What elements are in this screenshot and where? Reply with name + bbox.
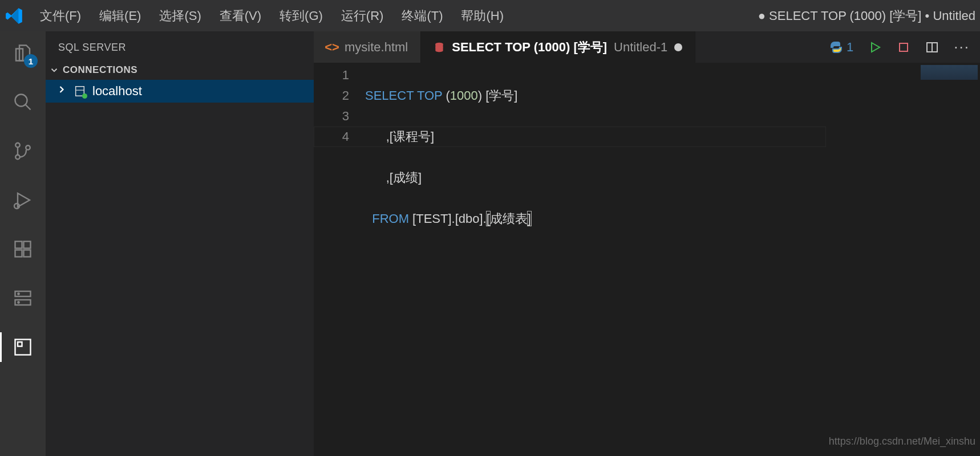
chevron-right-icon xyxy=(56,84,67,99)
svg-rect-6 xyxy=(15,250,22,257)
server-icon xyxy=(73,84,87,98)
svg-rect-5 xyxy=(15,242,22,249)
tab-sublabel: Untitled-1 xyxy=(614,40,667,55)
menu-help[interactable]: 帮助(H) xyxy=(452,5,513,27)
window-title: ● SELECT TOP (1000) [学号] • Untitled xyxy=(758,7,975,25)
svg-point-0 xyxy=(15,95,27,107)
code-line[interactable]: FROM [TEST].[dbo].[成绩表] xyxy=(365,209,531,229)
dirty-indicator-icon xyxy=(674,43,682,51)
database-icon xyxy=(434,42,445,53)
menu-view[interactable]: 查看(V) xyxy=(210,5,270,27)
svg-point-1 xyxy=(15,143,20,148)
python-env-button[interactable]: 1 xyxy=(829,40,853,55)
tab-label: mysite.html xyxy=(345,40,408,55)
svg-rect-18 xyxy=(900,43,908,51)
sql-server-icon[interactable] xyxy=(9,284,37,312)
tab-label: SELECT TOP (1000) [学号] xyxy=(452,39,607,56)
sidebar-section-label: CONNECTIONS xyxy=(63,64,137,76)
svg-point-2 xyxy=(15,155,20,160)
svg-rect-7 xyxy=(24,250,31,257)
gutter: 1 2 3 4 xyxy=(314,63,365,456)
run-debug-icon[interactable] xyxy=(9,186,37,214)
minimap[interactable] xyxy=(921,65,978,80)
sql-panel-icon[interactable] xyxy=(9,333,37,361)
line-number: 4 xyxy=(314,127,349,147)
extensions-icon[interactable] xyxy=(9,235,37,263)
watermark: https://blog.csdn.net/Mei_xinshu xyxy=(829,431,975,451)
svg-rect-8 xyxy=(24,242,31,249)
explorer-badge: 1 xyxy=(24,54,38,68)
menu-bar: 文件(F) 编辑(E) 选择(S) 查看(V) 转到(G) 运行(R) 终端(T… xyxy=(31,5,513,27)
tree-item-label: localhost xyxy=(92,84,142,99)
sidebar-section-connections[interactable]: CONNECTIONS xyxy=(46,60,314,80)
stop-button[interactable] xyxy=(897,40,910,54)
line-number: 1 xyxy=(314,65,349,85)
menu-edit[interactable]: 编辑(E) xyxy=(90,5,150,27)
svg-point-11 xyxy=(18,293,19,294)
menu-file[interactable]: 文件(F) xyxy=(31,5,90,27)
tree-item-localhost[interactable]: localhost xyxy=(46,80,314,103)
chevron-down-icon xyxy=(48,64,60,76)
sidebar: SQL SERVER CONNECTIONS localhost xyxy=(46,31,314,456)
vscode-logo-icon xyxy=(5,6,24,26)
tab-bar: <> mysite.html SELECT TOP (1000) [学号] Un… xyxy=(314,31,980,63)
run-button[interactable] xyxy=(868,40,882,54)
html-icon: <> xyxy=(326,42,338,53)
svg-rect-15 xyxy=(76,87,84,96)
line-number: 2 xyxy=(314,85,349,106)
editor-actions: 1 ··· xyxy=(819,31,980,63)
code-lines[interactable]: SELECT TOP (1000) [学号] ,[课程号] ,[成绩] FROM… xyxy=(365,63,531,456)
activity-bar: 1 xyxy=(0,31,46,456)
split-editor-button[interactable] xyxy=(925,40,939,54)
code-line[interactable]: SELECT TOP (1000) [学号] xyxy=(365,85,531,106)
code-line[interactable]: ,[成绩] xyxy=(365,168,531,188)
code-editor[interactable]: 1 2 3 4 SELECT TOP (1000) [学号] ,[课程号] ,[… xyxy=(314,63,980,456)
code-line[interactable]: ,[课程号] xyxy=(365,127,531,147)
source-control-icon[interactable] xyxy=(9,137,37,165)
tab-sql-query[interactable]: SELECT TOP (1000) [学号] Untitled-1 xyxy=(421,31,695,63)
menu-run[interactable]: 运行(R) xyxy=(332,5,393,27)
python-env-badge: 1 xyxy=(847,40,853,55)
svg-point-3 xyxy=(26,145,30,150)
explorer-icon[interactable]: 1 xyxy=(9,39,37,67)
line-number: 3 xyxy=(314,106,349,127)
title-bar: 文件(F) 编辑(E) 选择(S) 查看(V) 转到(G) 运行(R) 终端(T… xyxy=(0,0,980,31)
menu-go[interactable]: 转到(G) xyxy=(270,5,332,27)
svg-point-12 xyxy=(18,302,19,303)
svg-rect-14 xyxy=(18,342,22,347)
tab-mysite-html[interactable]: <> mysite.html xyxy=(314,31,421,63)
sidebar-title: SQL SERVER xyxy=(46,31,314,60)
search-icon[interactable] xyxy=(9,88,37,116)
more-actions-button[interactable]: ··· xyxy=(954,38,970,56)
editor-area: <> mysite.html SELECT TOP (1000) [学号] Un… xyxy=(314,31,980,456)
menu-selection[interactable]: 选择(S) xyxy=(150,5,210,27)
menu-terminal[interactable]: 终端(T) xyxy=(392,5,452,27)
